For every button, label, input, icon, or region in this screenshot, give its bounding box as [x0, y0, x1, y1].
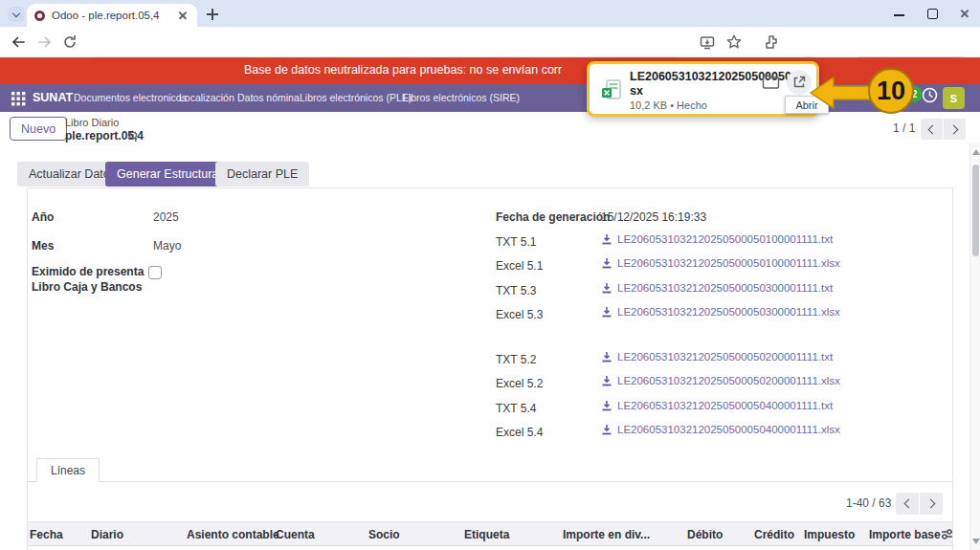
- declarar-ple-button[interactable]: Declarar PLE: [215, 162, 309, 187]
- user-avatar[interactable]: S: [943, 87, 965, 109]
- tab-strip: Odoo - ple.report.05,4: [0, 0, 980, 27]
- window-restore-button[interactable]: [924, 6, 940, 21]
- file-label: Excel 5.4: [496, 426, 543, 439]
- lines-pager-next-button[interactable]: [920, 493, 943, 515]
- nav-item-libros-sire[interactable]: Libros electrónicos (SIRE): [403, 92, 520, 103]
- vertical-scrollbar[interactable]: [969, 143, 980, 550]
- apps-grid-icon[interactable]: [11, 92, 26, 106]
- col-header-credito[interactable]: Crédito: [754, 528, 794, 541]
- pager-prev-button[interactable]: [921, 119, 943, 140]
- save-share-icon[interactable]: [699, 33, 716, 51]
- back-icon[interactable]: [10, 33, 27, 51]
- open-in-new-icon: [792, 76, 806, 89]
- download-file-meta: 10,2 KB • Hecho: [630, 99, 707, 111]
- new-tab-button[interactable]: [205, 7, 220, 22]
- new-record-button[interactable]: Nuevo: [10, 117, 67, 141]
- bookmark-star-icon[interactable]: [725, 33, 743, 51]
- download-tray-icon: [601, 257, 612, 269]
- tab-search-button[interactable]: [8, 7, 25, 22]
- annotation-arrow-icon: [809, 74, 872, 112]
- file-download-link[interactable]: LE2060531032120250500050200001111.xlsx: [601, 375, 840, 386]
- col-header-asiento[interactable]: Asiento contable: [187, 528, 279, 541]
- year-value[interactable]: 2025: [153, 210, 179, 224]
- col-header-importe-base[interactable]: Importe base: [869, 528, 941, 541]
- generation-date-value: 15/12/2025 16:19:33: [601, 210, 706, 224]
- pager-next-button[interactable]: [944, 119, 966, 140]
- download-tray-icon: [601, 375, 612, 386]
- file-label: Excel 5.3: [496, 308, 543, 321]
- download-tray-icon: [601, 424, 612, 435]
- chevron-right-icon: [949, 124, 959, 134]
- nav-brand-sunat[interactable]: SUNAT: [33, 91, 73, 104]
- download-tray-icon: [601, 282, 612, 294]
- month-value[interactable]: Mayo: [153, 239, 181, 253]
- gear-icon[interactable]: ⚙: [127, 128, 139, 143]
- file-download-link[interactable]: LE2060531032120250500050100001111.xlsx: [601, 257, 840, 269]
- window-close-button[interactable]: [957, 6, 972, 21]
- nav-item-datos-nomina[interactable]: Datos nómina: [237, 92, 300, 103]
- col-header-etiqueta[interactable]: Etiqueta: [464, 528, 509, 541]
- col-header-importe-div[interactable]: Importe en div...: [563, 528, 650, 541]
- banner-text: Base de datos neutralizada para pruebas:…: [244, 63, 562, 77]
- download-tray-icon: [601, 351, 612, 363]
- tab-title: Odoo - ple.report.05,4: [52, 10, 176, 21]
- col-header-fecha[interactable]: Fecha: [30, 528, 63, 541]
- lines-pager-prev-button[interactable]: [896, 493, 919, 515]
- generation-date-label: Fecha de generación: [496, 210, 610, 224]
- browser-window: Odoo - ple.report.05,4 democontable17.so…: [0, 0, 980, 550]
- file-download-link[interactable]: LE2060531032120250500050400001111.xlsx: [601, 424, 840, 435]
- file-download-link[interactable]: LE2060531032120250500050400001111.txt: [601, 400, 833, 411]
- exempt-label-line1: Eximido de presenta: [32, 265, 144, 278]
- exempt-checkbox[interactable]: [148, 266, 162, 279]
- exempt-label-line2: Libro Caja y Bancos: [32, 280, 142, 294]
- col-header-impuesto[interactable]: Impuesto: [804, 528, 855, 541]
- chevron-left-icon: [928, 124, 938, 134]
- file-download-link[interactable]: LE2060531032120250500050300001111.xlsx: [601, 306, 840, 318]
- file-label: Excel 5.1: [496, 259, 543, 273]
- tab-close-icon[interactable]: [176, 9, 189, 22]
- chevron-right-icon: [925, 499, 935, 509]
- chevron-down-icon: [12, 9, 20, 16]
- download-tray-icon: [601, 306, 612, 318]
- file-download-link[interactable]: LE2060531032120250500050200001111.txt: [601, 351, 833, 363]
- browser-tab[interactable]: Odoo - ple.report.05,4: [27, 4, 197, 27]
- show-in-folder-icon[interactable]: [762, 74, 780, 90]
- col-header-debito[interactable]: Débito: [687, 528, 723, 541]
- lines-pager-count: 1-40 / 63: [846, 496, 891, 510]
- col-header-socio[interactable]: Socio: [368, 528, 400, 541]
- notebook-divider: [28, 481, 952, 482]
- tab-lineas[interactable]: Líneas: [36, 458, 100, 482]
- extensions-icon[interactable]: [763, 33, 780, 51]
- lines-table-header: Fecha Diario Asiento contable Cuenta Soc…: [28, 521, 952, 546]
- nav-item-localizacion[interactable]: Localización: [179, 92, 234, 103]
- nav-item-libros-ple[interactable]: Libros electrónicos (PLE): [300, 92, 412, 103]
- forward-icon[interactable]: [36, 33, 54, 51]
- file-label: TXT 5.4: [496, 402, 536, 415]
- browser-toolbar: democontable17.solse.pe/web#cids=1&menu_…: [0, 27, 980, 57]
- col-header-diario[interactable]: Diario: [91, 528, 123, 541]
- reload-icon[interactable]: [61, 33, 78, 51]
- excel-file-icon: [601, 79, 622, 100]
- file-label: TXT 5.3: [496, 284, 536, 297]
- download-filename-line2: sx: [630, 84, 643, 98]
- col-header-cuenta[interactable]: Cuenta: [276, 528, 315, 541]
- file-label: TXT 5.2: [496, 353, 536, 366]
- record-pager-count: 1 / 1: [893, 121, 915, 135]
- optional-columns-icon[interactable]: [940, 527, 954, 541]
- file-label: TXT 5.1: [496, 235, 536, 249]
- breadcrumb[interactable]: Libro Diario: [65, 117, 119, 128]
- scrollbar-thumb[interactable]: [972, 165, 979, 256]
- annotation-step-number: 10: [868, 68, 914, 114]
- scroll-up-icon[interactable]: [972, 149, 980, 155]
- year-label: Año: [32, 210, 54, 224]
- odoo-favicon-icon: [34, 11, 45, 21]
- nav-item-documentos-electronicos[interactable]: Documentos electronicos: [74, 92, 187, 103]
- scroll-down-icon[interactable]: [972, 539, 980, 544]
- file-download-link[interactable]: LE2060531032120250500050300001111.txt: [601, 282, 833, 294]
- activities-clock-icon[interactable]: [922, 87, 938, 103]
- window-minimize-button[interactable]: [892, 6, 907, 21]
- file-download-link[interactable]: LE2060531032120250500050100001111.txt: [601, 233, 833, 245]
- download-tray-icon: [601, 233, 612, 245]
- chevron-left-icon: [903, 499, 913, 509]
- download-tray-icon: [601, 400, 612, 411]
